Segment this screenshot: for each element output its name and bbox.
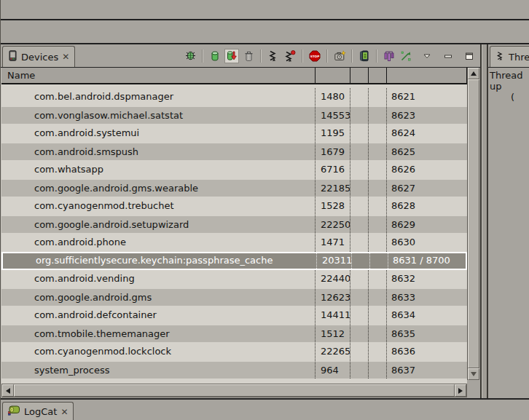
- update-heap-icon[interactable]: [208, 49, 222, 63]
- close-icon[interactable]: ✕: [62, 52, 69, 61]
- process-name: org.sufficientlysecure.keychain:passphra…: [3, 253, 316, 269]
- dump-hprof-icon[interactable]: [224, 49, 239, 63]
- process-col-4: [368, 234, 386, 252]
- process-row[interactable]: com.whatsapp 6716 8626: [1, 161, 467, 179]
- threads-tabbar: Threads: [488, 44, 529, 68]
- process-row[interactable]: com.android.smspush 1679 8625: [1, 143, 467, 161]
- process-port: 8624: [386, 124, 467, 143]
- column-header-name[interactable]: Name: [1, 68, 315, 83]
- screen-capture-camera-icon[interactable]: [332, 49, 347, 63]
- process-col-3: [350, 325, 368, 342]
- process-row[interactable]: com.tmobile.thememanager 1512 8635: [1, 325, 467, 343]
- devices-toolbar: STOP: [183, 49, 480, 63]
- horizontal-scrollbar: [1, 384, 467, 397]
- close-icon[interactable]: ✕: [60, 408, 68, 416]
- maximize-icon[interactable]: [462, 49, 477, 63]
- menu-item[interactable]: [1, 7, 15, 12]
- process-col-3: [350, 270, 368, 288]
- column-header-2[interactable]: [350, 68, 368, 83]
- process-col-3: [350, 289, 368, 306]
- scroll-left-button[interactable]: [2, 384, 14, 397]
- process-col-4: [368, 216, 386, 233]
- process-row[interactable]: com.google.android.setupwizard 22250 862…: [1, 215, 467, 234]
- process-pid: 22440: [315, 270, 350, 288]
- toolbar-separator: [376, 49, 377, 63]
- scroll-right-button[interactable]: [455, 384, 466, 397]
- minimize-icon[interactable]: [441, 49, 455, 63]
- process-col-4: [368, 289, 386, 306]
- process-col-4: [368, 343, 386, 361]
- process-col-3: [350, 216, 368, 233]
- threads-message: Thread up (: [488, 68, 529, 398]
- process-row[interactable]: com.android.systemui 1195 8624: [1, 124, 467, 143]
- stop-process-icon[interactable]: STOP: [307, 49, 322, 63]
- view-menu-chevron-icon[interactable]: [420, 49, 434, 63]
- process-col-3: [350, 180, 368, 197]
- process-name: com.android.defcontainer: [1, 306, 315, 325]
- process-col-4: [368, 143, 386, 160]
- pane-sash[interactable]: [482, 44, 487, 398]
- vertical-scroll-thumb[interactable]: [468, 79, 479, 368]
- process-row[interactable]: com.cyanogenmod.lockclock 22265 8636: [1, 343, 467, 361]
- process-row[interactable]: com.cyanogenmod.trebuchet 1528 8628: [1, 197, 467, 215]
- process-row[interactable]: com.android.defcontainer 14411 8634: [1, 306, 467, 325]
- process-col-3: [350, 362, 368, 379]
- process-name: com.whatsapp: [1, 161, 315, 179]
- column-header-port[interactable]: [386, 68, 467, 83]
- tab-logcat[interactable]: LogCat ✕: [2, 402, 74, 420]
- process-row[interactable]: com.android.vending 22440 8632: [1, 270, 467, 288]
- start-opengl-trace-icon[interactable]: [399, 49, 413, 63]
- update-threads-icon[interactable]: [266, 49, 281, 63]
- threads-icon: [495, 50, 505, 64]
- process-row[interactable]: com.vonglasow.michael.satstat 14553 8623: [1, 106, 467, 124]
- tab-threads[interactable]: Threads: [490, 46, 529, 67]
- process-row[interactable]: com.android.phone 1471 8630: [1, 234, 467, 252]
- menu-item[interactable]: [28, 7, 41, 12]
- scroll-up-button[interactable]: [468, 68, 479, 79]
- process-row[interactable]: system_process 964 8637: [1, 361, 467, 379]
- column-header-3[interactable]: [368, 68, 386, 83]
- process-port: 8630: [386, 234, 467, 252]
- menu-item[interactable]: [54, 7, 67, 12]
- threads-message-line1: Thread up: [490, 70, 529, 92]
- process-port: 8628: [386, 197, 467, 215]
- process-col-4: [368, 325, 386, 342]
- process-port: 8623: [386, 107, 467, 124]
- ddms-window: Devices ✕: [0, 0, 529, 420]
- process-row[interactable]: com.google.android.gms.wearable 22185 86…: [1, 179, 467, 197]
- menu-bar: [1, 0, 529, 20]
- process-col-3: [350, 343, 368, 361]
- start-method-profiling-icon[interactable]: [283, 49, 297, 63]
- process-name: com.tmobile.thememanager: [1, 325, 315, 342]
- process-col-3: [350, 88, 368, 106]
- tab-logcat-label: LogCat: [24, 406, 57, 417]
- tab-devices[interactable]: Devices ✕: [2, 46, 75, 67]
- process-row[interactable]: com.google.android.gms 12623 8633: [1, 288, 467, 306]
- process-col-4: [368, 197, 386, 215]
- toolbar-separator: [326, 49, 328, 63]
- device-screen-icon[interactable]: [357, 49, 372, 63]
- horizontal-scroll-thumb[interactable]: [14, 384, 455, 397]
- main-toolbar: [1, 20, 529, 44]
- process-name: com.cyanogenmod.trebuchet: [1, 197, 315, 215]
- process-pid: 1512: [315, 325, 350, 342]
- process-col-4: [368, 180, 386, 197]
- process-name: com.vonglasow.michael.satstat: [1, 107, 315, 124]
- horizontal-scrollbar-row: [1, 384, 467, 397]
- process-name: com.google.android.gms.wearable: [1, 180, 315, 197]
- menu-item[interactable]: [15, 7, 28, 12]
- process-row[interactable]: org.sufficientlysecure.keychain:passphra…: [1, 252, 467, 270]
- toolbar-separator: [351, 49, 353, 63]
- cause-gc-trash-icon[interactable]: [241, 49, 256, 63]
- debug-bug-icon[interactable]: [183, 49, 197, 63]
- process-col-4: [368, 88, 386, 106]
- process-col-3: [350, 143, 368, 160]
- process-port: 8627: [386, 180, 467, 197]
- process-row[interactable]: com.bel.android.dspmanager 1480 8621: [1, 88, 467, 106]
- column-header-pid[interactable]: [315, 68, 350, 83]
- phone-icon: [8, 50, 17, 64]
- menu-item[interactable]: [41, 7, 54, 12]
- capture-view-hierarchy-icon[interactable]: [382, 49, 396, 63]
- scroll-down-button[interactable]: [468, 368, 479, 380]
- process-port: 8626: [386, 161, 467, 179]
